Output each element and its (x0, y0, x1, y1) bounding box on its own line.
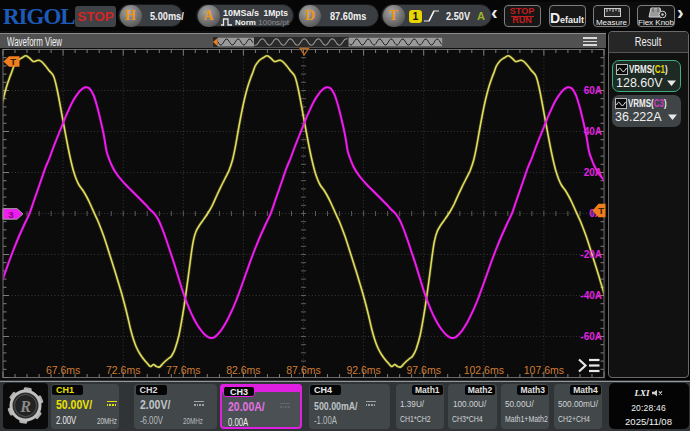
svg-text:72.6ms: 72.6ms (106, 364, 140, 376)
svg-text:R: R (19, 398, 31, 415)
svg-text:-20A: -20A (580, 249, 602, 260)
svg-text:40A: 40A (584, 126, 602, 137)
svg-text:107.6ms: 107.6ms (524, 364, 564, 376)
svg-text:60A: 60A (584, 85, 602, 96)
svg-text:67.6ms: 67.6ms (46, 364, 80, 376)
svg-text:92.6ms: 92.6ms (346, 364, 380, 376)
svg-text:77.6ms: 77.6ms (166, 364, 200, 376)
svg-text:82.6ms: 82.6ms (226, 364, 260, 376)
svg-text:T: T (10, 56, 16, 67)
svg-text:-40A: -40A (580, 290, 602, 301)
svg-text:20A: 20A (584, 167, 602, 178)
svg-text:3: 3 (8, 209, 13, 220)
svg-text:87.6ms: 87.6ms (286, 364, 320, 376)
svg-text:-60A: -60A (580, 331, 602, 342)
svg-text:T: T (598, 205, 604, 216)
svg-text:97.6ms: 97.6ms (406, 364, 440, 376)
svg-text:102.6ms: 102.6ms (464, 364, 504, 376)
